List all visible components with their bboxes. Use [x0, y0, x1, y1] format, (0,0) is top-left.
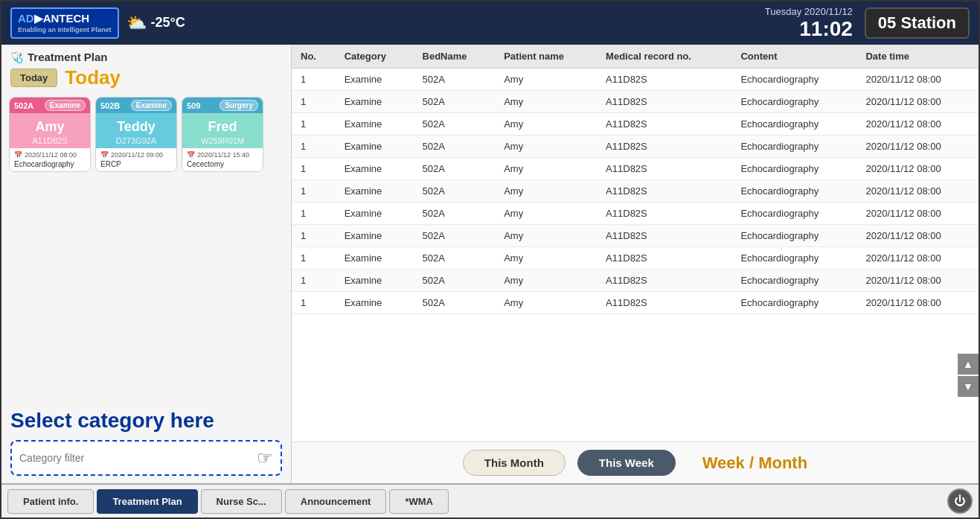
- cell-record: A11D82S: [597, 91, 731, 113]
- cell-record: A11D82S: [597, 270, 731, 292]
- stethoscope-icon: 🩺: [10, 51, 23, 63]
- table-row[interactable]: 1 Examine 502A Amy A11D82S Echocardiogra…: [292, 270, 979, 292]
- card-category-3: Surgery: [220, 100, 258, 111]
- nav-patient-info[interactable]: Patient info.: [7, 489, 94, 514]
- patient-name-2: Teddy: [99, 119, 173, 135]
- category-filter-input[interactable]: [19, 452, 254, 464]
- logo: AD▶ANTECH Enabling an Intelligent Planet: [10, 7, 119, 39]
- header: AD▶ANTECH Enabling an Intelligent Planet…: [1, 1, 979, 45]
- col-datetime: Date time: [856, 45, 979, 69]
- card-room-3: 509: [187, 101, 200, 110]
- table-row[interactable]: 1 Examine 502A Amy A11D82S Echocardiogra…: [292, 180, 979, 203]
- cell-category: Examine: [336, 158, 414, 180]
- cell-patient: Amy: [495, 292, 597, 314]
- cell-content: Echocardiography: [731, 203, 856, 225]
- cell-no: 1: [292, 91, 336, 113]
- table-row[interactable]: 1 Examine 502A Amy A11D82S Echocardiogra…: [292, 247, 979, 270]
- cursor-hand-icon: ☞: [257, 448, 273, 468]
- table-container[interactable]: No. Category BedName Patient name Medica…: [292, 45, 979, 442]
- today-label: Today: [65, 66, 121, 89]
- weather-area: ⛅ -25°C: [126, 13, 185, 33]
- content-area: 🩺 Treatment Plan Today Today 502A Examin…: [1, 45, 979, 483]
- cell-patient: Amy: [495, 69, 597, 91]
- this-month-button[interactable]: This Month: [463, 450, 566, 476]
- patient-card-1[interactable]: 502A Examine Amy A11D82S 📅2020/11/12 08:…: [9, 97, 91, 172]
- table-body: 1 Examine 502A Amy A11D82S Echocardiogra…: [292, 69, 979, 314]
- patient-id-2: D273G92A: [99, 136, 173, 145]
- treatment-plan-title: 🩺 Treatment Plan: [1, 45, 291, 66]
- card-room-1: 502A: [14, 101, 33, 110]
- table-row[interactable]: 1 Examine 502A Amy A11D82S Echocardiogra…: [292, 203, 979, 225]
- today-tab[interactable]: Today: [10, 69, 57, 87]
- table-row[interactable]: 1 Examine 502A Amy A11D82S Echocardiogra…: [292, 91, 979, 113]
- patient-name-1: Amy: [13, 119, 87, 135]
- col-patient: Patient name: [495, 45, 597, 69]
- cell-no: 1: [292, 180, 336, 203]
- datetime: Tuesday 2020/11/12 11:02: [765, 6, 853, 41]
- cell-category: Examine: [336, 91, 414, 113]
- table-row[interactable]: 1 Examine 502A Amy A11D82S Echocardiogra…: [292, 113, 979, 136]
- select-category-section: Select category here ☞: [1, 175, 291, 483]
- cell-bed: 502A: [414, 158, 496, 180]
- patient-card-3[interactable]: 509 Surgery Fred W259R01M 📅2020/11/12 15…: [182, 97, 263, 172]
- nav-treatment-plan[interactable]: Treatment Plan: [97, 489, 197, 514]
- cell-patient: Amy: [495, 113, 597, 136]
- card-header-2: 502B Examine: [96, 98, 176, 113]
- category-filter-box[interactable]: ☞: [10, 440, 282, 476]
- cell-category: Examine: [336, 203, 414, 225]
- table-row[interactable]: 1 Examine 502A Amy A11D82S Echocardiogra…: [292, 225, 979, 247]
- date-display: Tuesday 2020/11/12: [765, 6, 853, 17]
- cell-no: 1: [292, 225, 336, 247]
- cell-category: Examine: [336, 136, 414, 158]
- scroll-down-button[interactable]: ▼: [958, 376, 979, 397]
- nav-announcement[interactable]: Announcement: [285, 489, 387, 514]
- nav-nurse-sc[interactable]: Nurse Sc...: [201, 489, 282, 514]
- card-date-1: 📅2020/11/12 08:00: [14, 151, 86, 159]
- cell-category: Examine: [336, 69, 414, 91]
- bottom-filter-row: This Month This Week Week / Month: [292, 442, 979, 483]
- cell-date: 2020/11/12 08:00: [856, 292, 979, 314]
- table-row[interactable]: 1 Examine 502A Amy A11D82S Echocardiogra…: [292, 69, 979, 91]
- patient-card-2[interactable]: 502B Examine Teddy D273G92A 📅2020/11/12 …: [95, 97, 177, 172]
- cell-content: Echocardiography: [731, 270, 856, 292]
- cell-bed: 502A: [414, 225, 496, 247]
- nav-wma[interactable]: *WMA: [389, 489, 449, 514]
- cell-patient: Amy: [495, 225, 597, 247]
- bottom-nav: Patient info. Treatment Plan Nurse Sc...…: [1, 483, 979, 518]
- cell-category: Examine: [336, 113, 414, 136]
- cell-date: 2020/11/12 08:00: [856, 69, 979, 91]
- card-date-2: 📅2020/11/12 09:00: [100, 151, 172, 159]
- card-proc-1: Echocardiography: [14, 160, 86, 168]
- cell-patient: Amy: [495, 158, 597, 180]
- scroll-up-button[interactable]: ▲: [958, 354, 979, 375]
- cell-content: Echocardiography: [731, 225, 856, 247]
- cell-record: A11D82S: [597, 225, 731, 247]
- cell-record: A11D82S: [597, 69, 731, 91]
- cell-date: 2020/11/12 08:00: [856, 113, 979, 136]
- cell-date: 2020/11/12 08:00: [856, 136, 979, 158]
- cell-no: 1: [292, 270, 336, 292]
- cell-bed: 502A: [414, 247, 496, 270]
- cell-bed: 502A: [414, 180, 496, 203]
- cell-no: 1: [292, 69, 336, 91]
- power-button[interactable]: ⏻: [947, 488, 973, 514]
- logo-area: AD▶ANTECH Enabling an Intelligent Planet…: [10, 7, 185, 39]
- data-table: No. Category BedName Patient name Medica…: [292, 45, 979, 314]
- this-week-button[interactable]: This Week: [577, 450, 676, 476]
- today-tab-row: Today Today: [1, 66, 291, 94]
- cell-date: 2020/11/12 08:00: [856, 247, 979, 270]
- card-footer-1: 📅2020/11/12 08:00 Echocardiography: [10, 148, 90, 171]
- cell-no: 1: [292, 203, 336, 225]
- table-row[interactable]: 1 Examine 502A Amy A11D82S Echocardiogra…: [292, 292, 979, 314]
- cell-date: 2020/11/12 08:00: [856, 158, 979, 180]
- card-body-3: Fred W259R01M: [182, 113, 263, 148]
- cell-record: A11D82S: [597, 113, 731, 136]
- table-row[interactable]: 1 Examine 502A Amy A11D82S Echocardiogra…: [292, 158, 979, 180]
- table-row[interactable]: 1 Examine 502A Amy A11D82S Echocardiogra…: [292, 136, 979, 158]
- cell-category: Examine: [336, 292, 414, 314]
- card-category-1: Examine: [45, 100, 86, 111]
- cell-content: Echocardiography: [731, 136, 856, 158]
- station-badge: 05 Station: [865, 7, 970, 39]
- cell-record: A11D82S: [597, 203, 731, 225]
- col-content: Content: [731, 45, 856, 69]
